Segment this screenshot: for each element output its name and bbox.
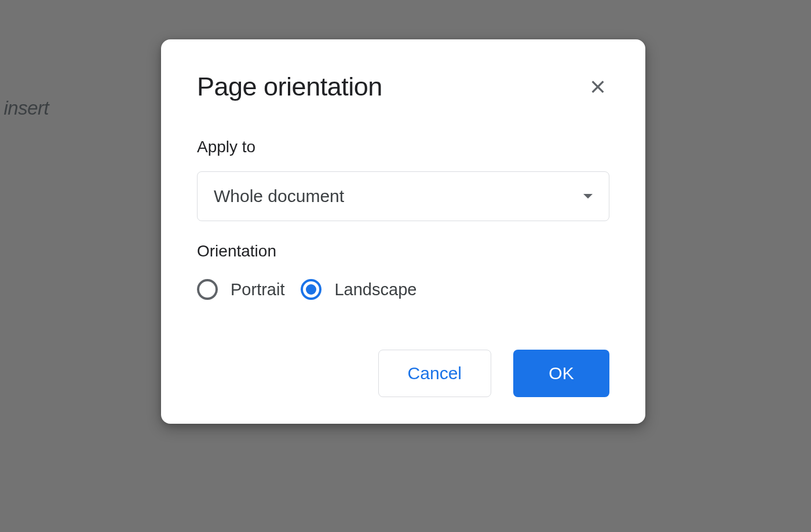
- apply-to-label: Apply to: [197, 138, 609, 156]
- ok-button[interactable]: OK: [513, 350, 609, 397]
- landscape-label: Landscape: [334, 280, 417, 299]
- apply-to-dropdown[interactable]: Whole document: [197, 171, 609, 221]
- close-icon: [589, 78, 607, 96]
- orientation-label: Orientation: [197, 242, 609, 261]
- close-button[interactable]: [586, 75, 609, 98]
- page-orientation-dialog: Page orientation Apply to Whole document…: [161, 39, 645, 424]
- chevron-down-icon: [583, 194, 593, 199]
- dialog-title: Page orientation: [197, 72, 382, 102]
- dialog-header: Page orientation: [197, 72, 609, 102]
- radio-icon-selected: [301, 279, 322, 300]
- dialog-button-row: Cancel OK: [197, 350, 609, 397]
- background-text-fragment: o insert: [0, 97, 49, 119]
- apply-to-selected-value: Whole document: [214, 186, 344, 206]
- orientation-radio-landscape[interactable]: Landscape: [301, 279, 417, 300]
- portrait-label: Portrait: [231, 280, 284, 299]
- radio-icon: [197, 279, 218, 300]
- orientation-radio-portrait[interactable]: Portrait: [197, 279, 284, 300]
- cancel-button[interactable]: Cancel: [378, 350, 491, 397]
- orientation-radio-group: Portrait Landscape: [197, 279, 609, 300]
